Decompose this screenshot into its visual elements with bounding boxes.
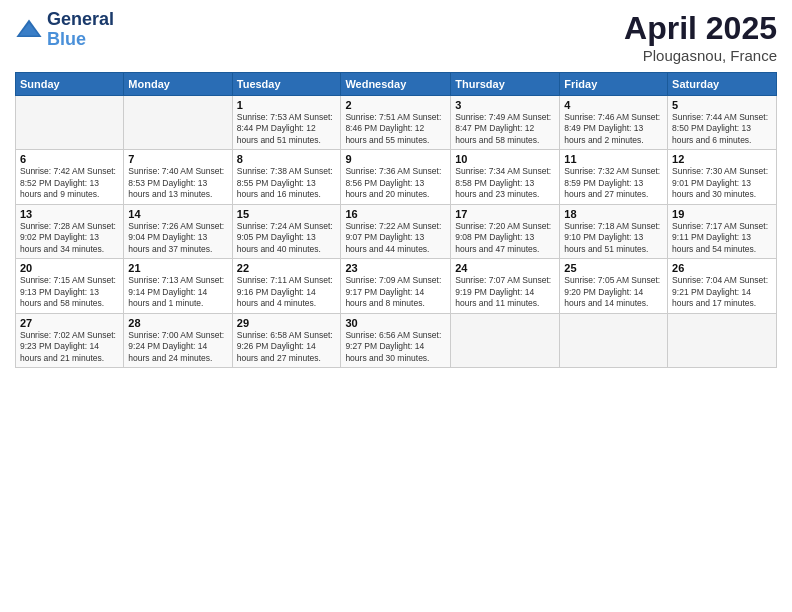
day-info: Sunrise: 7:49 AM Sunset: 8:47 PM Dayligh… xyxy=(455,112,555,146)
day-number: 29 xyxy=(237,317,337,329)
day-info: Sunrise: 7:18 AM Sunset: 9:10 PM Dayligh… xyxy=(564,221,663,255)
day-info: Sunrise: 6:56 AM Sunset: 9:27 PM Dayligh… xyxy=(345,330,446,364)
calendar-cell: 12Sunrise: 7:30 AM Sunset: 9:01 PM Dayli… xyxy=(668,150,777,204)
title-block: April 2025 Plougasnou, France xyxy=(624,10,777,64)
day-number: 18 xyxy=(564,208,663,220)
calendar-cell xyxy=(16,96,124,150)
day-number: 12 xyxy=(672,153,772,165)
day-number: 13 xyxy=(20,208,119,220)
calendar-cell xyxy=(124,96,232,150)
day-info: Sunrise: 7:17 AM Sunset: 9:11 PM Dayligh… xyxy=(672,221,772,255)
day-number: 21 xyxy=(128,262,227,274)
calendar-cell: 19Sunrise: 7:17 AM Sunset: 9:11 PM Dayli… xyxy=(668,204,777,258)
calendar-cell: 21Sunrise: 7:13 AM Sunset: 9:14 PM Dayli… xyxy=(124,259,232,313)
day-number: 4 xyxy=(564,99,663,111)
day-number: 5 xyxy=(672,99,772,111)
calendar-subtitle: Plougasnou, France xyxy=(624,47,777,64)
calendar-week-row: 6Sunrise: 7:42 AM Sunset: 8:52 PM Daylig… xyxy=(16,150,777,204)
day-number: 28 xyxy=(128,317,227,329)
calendar-cell: 14Sunrise: 7:26 AM Sunset: 9:04 PM Dayli… xyxy=(124,204,232,258)
day-number: 15 xyxy=(237,208,337,220)
day-info: Sunrise: 7:44 AM Sunset: 8:50 PM Dayligh… xyxy=(672,112,772,146)
day-number: 30 xyxy=(345,317,446,329)
calendar-title: April 2025 xyxy=(624,10,777,47)
weekday-header: Monday xyxy=(124,73,232,96)
day-number: 16 xyxy=(345,208,446,220)
weekday-header-row: SundayMondayTuesdayWednesdayThursdayFrid… xyxy=(16,73,777,96)
calendar-cell: 2Sunrise: 7:51 AM Sunset: 8:46 PM Daylig… xyxy=(341,96,451,150)
day-number: 6 xyxy=(20,153,119,165)
calendar-cell: 1Sunrise: 7:53 AM Sunset: 8:44 PM Daylig… xyxy=(232,96,341,150)
day-info: Sunrise: 7:40 AM Sunset: 8:53 PM Dayligh… xyxy=(128,166,227,200)
day-number: 10 xyxy=(455,153,555,165)
calendar-cell: 29Sunrise: 6:58 AM Sunset: 9:26 PM Dayli… xyxy=(232,313,341,367)
day-number: 23 xyxy=(345,262,446,274)
weekday-header: Friday xyxy=(560,73,668,96)
calendar-cell xyxy=(451,313,560,367)
calendar-cell: 7Sunrise: 7:40 AM Sunset: 8:53 PM Daylig… xyxy=(124,150,232,204)
day-info: Sunrise: 7:13 AM Sunset: 9:14 PM Dayligh… xyxy=(128,275,227,309)
calendar-cell: 15Sunrise: 7:24 AM Sunset: 9:05 PM Dayli… xyxy=(232,204,341,258)
day-info: Sunrise: 7:26 AM Sunset: 9:04 PM Dayligh… xyxy=(128,221,227,255)
calendar-cell xyxy=(560,313,668,367)
calendar-cell: 13Sunrise: 7:28 AM Sunset: 9:02 PM Dayli… xyxy=(16,204,124,258)
day-info: Sunrise: 7:11 AM Sunset: 9:16 PM Dayligh… xyxy=(237,275,337,309)
calendar-cell: 9Sunrise: 7:36 AM Sunset: 8:56 PM Daylig… xyxy=(341,150,451,204)
logo: General Blue xyxy=(15,10,114,50)
day-number: 1 xyxy=(237,99,337,111)
weekday-header: Saturday xyxy=(668,73,777,96)
day-info: Sunrise: 7:05 AM Sunset: 9:20 PM Dayligh… xyxy=(564,275,663,309)
logo-text: General Blue xyxy=(47,10,114,50)
calendar-cell: 24Sunrise: 7:07 AM Sunset: 9:19 PM Dayli… xyxy=(451,259,560,313)
calendar-cell xyxy=(668,313,777,367)
day-info: Sunrise: 7:38 AM Sunset: 8:55 PM Dayligh… xyxy=(237,166,337,200)
day-info: Sunrise: 7:09 AM Sunset: 9:17 PM Dayligh… xyxy=(345,275,446,309)
day-info: Sunrise: 7:07 AM Sunset: 9:19 PM Dayligh… xyxy=(455,275,555,309)
day-number: 7 xyxy=(128,153,227,165)
day-info: Sunrise: 7:20 AM Sunset: 9:08 PM Dayligh… xyxy=(455,221,555,255)
calendar-cell: 22Sunrise: 7:11 AM Sunset: 9:16 PM Dayli… xyxy=(232,259,341,313)
calendar-cell: 11Sunrise: 7:32 AM Sunset: 8:59 PM Dayli… xyxy=(560,150,668,204)
calendar-cell: 25Sunrise: 7:05 AM Sunset: 9:20 PM Dayli… xyxy=(560,259,668,313)
calendar-cell: 26Sunrise: 7:04 AM Sunset: 9:21 PM Dayli… xyxy=(668,259,777,313)
day-number: 25 xyxy=(564,262,663,274)
calendar-cell: 20Sunrise: 7:15 AM Sunset: 9:13 PM Dayli… xyxy=(16,259,124,313)
calendar-cell: 10Sunrise: 7:34 AM Sunset: 8:58 PM Dayli… xyxy=(451,150,560,204)
day-number: 14 xyxy=(128,208,227,220)
weekday-header: Thursday xyxy=(451,73,560,96)
day-info: Sunrise: 7:36 AM Sunset: 8:56 PM Dayligh… xyxy=(345,166,446,200)
day-info: Sunrise: 7:32 AM Sunset: 8:59 PM Dayligh… xyxy=(564,166,663,200)
calendar-cell: 3Sunrise: 7:49 AM Sunset: 8:47 PM Daylig… xyxy=(451,96,560,150)
calendar-cell: 8Sunrise: 7:38 AM Sunset: 8:55 PM Daylig… xyxy=(232,150,341,204)
calendar-cell: 4Sunrise: 7:46 AM Sunset: 8:49 PM Daylig… xyxy=(560,96,668,150)
day-number: 24 xyxy=(455,262,555,274)
day-number: 9 xyxy=(345,153,446,165)
day-number: 22 xyxy=(237,262,337,274)
day-info: Sunrise: 7:02 AM Sunset: 9:23 PM Dayligh… xyxy=(20,330,119,364)
day-info: Sunrise: 7:15 AM Sunset: 9:13 PM Dayligh… xyxy=(20,275,119,309)
day-number: 17 xyxy=(455,208,555,220)
calendar-cell: 27Sunrise: 7:02 AM Sunset: 9:23 PM Dayli… xyxy=(16,313,124,367)
weekday-header: Wednesday xyxy=(341,73,451,96)
page: General Blue April 2025 Plougasnou, Fran… xyxy=(0,0,792,612)
day-number: 19 xyxy=(672,208,772,220)
day-info: Sunrise: 7:30 AM Sunset: 9:01 PM Dayligh… xyxy=(672,166,772,200)
calendar-week-row: 1Sunrise: 7:53 AM Sunset: 8:44 PM Daylig… xyxy=(16,96,777,150)
day-info: Sunrise: 7:24 AM Sunset: 9:05 PM Dayligh… xyxy=(237,221,337,255)
day-info: Sunrise: 7:04 AM Sunset: 9:21 PM Dayligh… xyxy=(672,275,772,309)
calendar-week-row: 13Sunrise: 7:28 AM Sunset: 9:02 PM Dayli… xyxy=(16,204,777,258)
day-info: Sunrise: 7:42 AM Sunset: 8:52 PM Dayligh… xyxy=(20,166,119,200)
calendar-week-row: 27Sunrise: 7:02 AM Sunset: 9:23 PM Dayli… xyxy=(16,313,777,367)
day-number: 3 xyxy=(455,99,555,111)
calendar-cell: 5Sunrise: 7:44 AM Sunset: 8:50 PM Daylig… xyxy=(668,96,777,150)
day-number: 2 xyxy=(345,99,446,111)
calendar-cell: 17Sunrise: 7:20 AM Sunset: 9:08 PM Dayli… xyxy=(451,204,560,258)
day-number: 20 xyxy=(20,262,119,274)
day-number: 11 xyxy=(564,153,663,165)
day-number: 8 xyxy=(237,153,337,165)
calendar-week-row: 20Sunrise: 7:15 AM Sunset: 9:13 PM Dayli… xyxy=(16,259,777,313)
calendar-cell: 16Sunrise: 7:22 AM Sunset: 9:07 PM Dayli… xyxy=(341,204,451,258)
calendar-table: SundayMondayTuesdayWednesdayThursdayFrid… xyxy=(15,72,777,368)
day-info: Sunrise: 7:46 AM Sunset: 8:49 PM Dayligh… xyxy=(564,112,663,146)
calendar-cell: 23Sunrise: 7:09 AM Sunset: 9:17 PM Dayli… xyxy=(341,259,451,313)
